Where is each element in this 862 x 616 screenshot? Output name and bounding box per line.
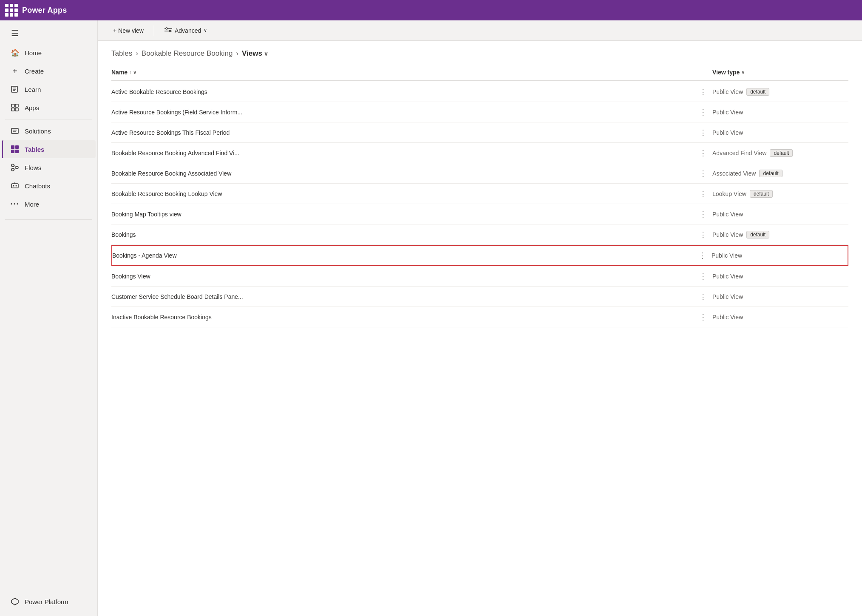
table-row: Active Resource Bookings This Fiscal Per… (111, 122, 848, 143)
svg-line-19 (14, 168, 16, 170)
name-sort-icon[interactable]: ↑ ∨ (129, 70, 136, 75)
row-name: Inactive Bookable Resource Bookings (111, 314, 212, 321)
row-actions-menu[interactable]: ⋮ (694, 128, 712, 137)
breadcrumb-tables[interactable]: Tables (111, 49, 132, 58)
svg-rect-7 (15, 108, 18, 111)
waffle-icon[interactable] (5, 4, 18, 17)
sidebar-label-solutions: Solutions (25, 128, 51, 135)
toolbar: + New view Advanced ∨ (98, 20, 862, 41)
column-header-name[interactable]: Name ↑ ∨ (111, 69, 712, 76)
toolbar-divider (154, 26, 154, 36)
table-header: Name ↑ ∨ View type ∨ (111, 65, 848, 81)
cell-name: Bookable Resource Booking Advanced Find … (111, 143, 712, 163)
hamburger-menu[interactable]: ☰ (2, 24, 96, 42)
row-actions-menu[interactable]: ⋮ (694, 148, 712, 158)
row-viewtype: Public View (712, 252, 742, 259)
svg-point-17 (11, 168, 14, 171)
sidebar-item-tables[interactable]: Tables (2, 140, 96, 158)
sidebar-divider-2 (5, 219, 92, 220)
sidebar-top: ☰ 🏠 Home + Create Learn (0, 20, 97, 217)
sidebar-item-home[interactable]: 🏠 Home (2, 44, 96, 62)
row-actions-menu[interactable]: ⋮ (694, 272, 712, 281)
row-actions-menu[interactable]: ⋮ (694, 292, 712, 301)
hamburger-icon: ☰ (10, 28, 20, 38)
sidebar-divider-1 (5, 119, 92, 119)
sidebar-item-power-platform[interactable]: Power Platform (2, 593, 96, 610)
content-area: + New view Advanced ∨ (98, 20, 862, 616)
table-row: Active Bookable Resource Bookings ⋮ Publ… (111, 82, 848, 102)
table-row: Active Resource Bookings (Field Service … (111, 102, 848, 122)
new-view-button[interactable]: + New view (108, 25, 149, 37)
viewtype-sort-icon[interactable]: ∨ (741, 70, 745, 75)
default-badge: default (750, 190, 773, 198)
table-row-highlighted: Bookings - Agenda View ⋮ Public View (111, 245, 848, 266)
sidebar: ☰ 🏠 Home + Create Learn (0, 20, 98, 616)
table-row: Bookable Resource Booking Associated Vie… (111, 163, 848, 184)
row-name: Bookable Resource Booking Advanced Find … (111, 150, 239, 156)
svg-rect-4 (11, 104, 14, 107)
row-viewtype: Public View (712, 273, 743, 280)
svg-point-21 (13, 185, 14, 187)
sidebar-item-learn[interactable]: Learn (2, 80, 96, 98)
svg-point-22 (16, 185, 17, 187)
create-icon: + (10, 66, 20, 76)
advanced-button[interactable]: Advanced ∨ (159, 23, 212, 37)
filter-icon (164, 26, 172, 35)
breadcrumb-resource[interactable]: Bookable Resource Booking (142, 49, 233, 58)
row-actions-menu[interactable]: ⋮ (694, 87, 712, 97)
svg-line-18 (14, 165, 16, 167)
row-viewtype: Lookup View (712, 190, 746, 197)
table-row: Bookings ⋮ Public View default (111, 224, 848, 245)
row-name: Active Resource Bookings (Field Service … (111, 109, 242, 116)
default-badge: default (770, 149, 793, 157)
sidebar-label-chatbots: Chatbots (25, 182, 50, 190)
views-table: Name ↑ ∨ View type ∨ Active Bookable Res… (98, 65, 862, 616)
cell-name: Booking Map Tooltips view ⋮ (111, 204, 712, 224)
sidebar-label-apps: Apps (25, 104, 39, 111)
row-actions-menu[interactable]: ⋮ (694, 210, 712, 219)
breadcrumb-current[interactable]: Views ∨ (242, 49, 268, 58)
default-badge: default (759, 170, 782, 177)
svg-rect-12 (15, 145, 19, 149)
column-viewtype-label: View type (712, 69, 740, 76)
row-viewtype: Public View (712, 88, 743, 95)
top-bar: Power Apps (0, 0, 862, 20)
row-name: Bookings (111, 231, 136, 238)
row-name: Active Resource Bookings This Fiscal Per… (111, 129, 230, 136)
row-name: Bookings View (111, 273, 150, 280)
sidebar-item-apps[interactable]: Apps (2, 99, 96, 116)
sidebar-item-more[interactable]: ··· More (2, 195, 96, 213)
column-header-viewtype[interactable]: View type ∨ (712, 69, 848, 76)
cell-viewtype: Public View (712, 104, 848, 121)
row-name: Booking Map Tooltips view (111, 211, 181, 218)
row-actions-menu[interactable]: ⋮ (694, 230, 712, 239)
sidebar-bottom: Power Platform (0, 592, 97, 616)
row-actions-menu[interactable]: ⋮ (694, 189, 712, 199)
row-name: Bookable Resource Booking Lookup View (111, 190, 222, 197)
chatbots-icon (10, 181, 20, 190)
row-name: Bookings - Agenda View (112, 252, 177, 259)
row-actions-menu[interactable]: ⋮ (694, 169, 712, 178)
sidebar-item-solutions[interactable]: Solutions (2, 122, 96, 140)
table-row: Inactive Bookable Resource Bookings ⋮ Pu… (111, 307, 848, 327)
sidebar-label-flows: Flows (25, 164, 41, 171)
table-row: Bookings View ⋮ Public View (111, 266, 848, 287)
row-actions-menu[interactable]: ⋮ (694, 312, 712, 322)
row-viewtype: Public View (712, 109, 743, 116)
cell-name: Active Resource Bookings This Fiscal Per… (111, 123, 712, 142)
sidebar-label-learn: Learn (25, 86, 41, 93)
cell-viewtype: Public View (712, 288, 848, 305)
svg-rect-20 (11, 184, 18, 188)
breadcrumb-sep-2: › (236, 49, 238, 58)
cell-viewtype: Advanced Find View default (712, 144, 848, 162)
row-actions-menu[interactable]: ⋮ (693, 251, 712, 260)
cell-name: Active Bookable Resource Bookings ⋮ (111, 82, 712, 102)
cell-name: Inactive Bookable Resource Bookings ⋮ (111, 307, 712, 327)
cell-viewtype: Public View (712, 206, 848, 223)
sidebar-item-chatbots[interactable]: Chatbots (2, 177, 96, 195)
breadcrumb: Tables › Bookable Resource Booking › Vie… (98, 41, 862, 65)
sidebar-item-flows[interactable]: Flows (2, 159, 96, 176)
row-actions-menu[interactable]: ⋮ (694, 108, 712, 117)
svg-rect-11 (11, 145, 14, 149)
sidebar-item-create[interactable]: + Create (2, 62, 96, 80)
